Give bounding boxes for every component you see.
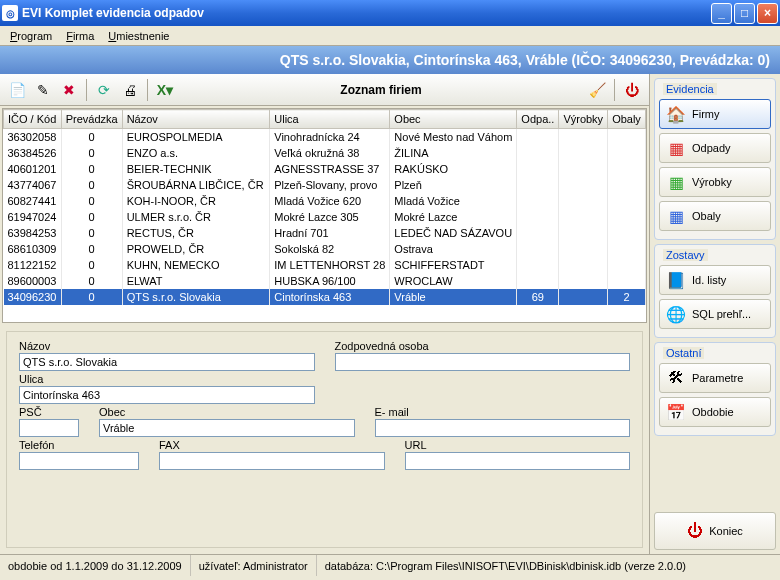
menu-firma[interactable]: Firma <box>60 28 100 44</box>
refresh-icon[interactable]: ⟳ <box>93 79 115 101</box>
input-ulica[interactable] <box>19 386 315 404</box>
toolbar: 📄 ✎ ✖ ⟳ 🖨 X▾ Zoznam firiem 🧹 ⏻ <box>0 74 649 106</box>
power-icon[interactable]: ⏻ <box>621 79 643 101</box>
col-ico[interactable]: IČO / Kód <box>4 110 62 129</box>
close-button[interactable]: × <box>757 3 778 24</box>
label-telefon: Telefón <box>19 439 139 451</box>
power-icon: ⏻ <box>687 522 703 540</box>
exit-button[interactable]: ⏻ Koniec <box>654 512 776 550</box>
nav-obaly[interactable]: ▦Obaly <box>659 201 771 231</box>
tiles-blue-icon: ▦ <box>666 206 686 226</box>
app-icon: ◎ <box>2 5 18 21</box>
tiles-red-icon: ▦ <box>666 138 686 158</box>
globe-icon: 🌐 <box>666 304 686 324</box>
nav-obdobie[interactable]: 📅Obdobie <box>659 397 771 427</box>
col-nazov[interactable]: Názov <box>122 110 270 129</box>
label-email: E- mail <box>375 406 631 418</box>
table-row[interactable]: 437740670ŠROUBÁRNA LIBČICE, ČRPlzeň-Slov… <box>4 177 646 193</box>
table-row[interactable]: 896000030ELWATHUBSKA 96/100WROCLAW <box>4 273 646 289</box>
table-row[interactable]: 340962300QTS s.r.o. SlovakiaCintorínska … <box>4 289 646 305</box>
table-row[interactable]: 619470240ULMER s.r.o. ČRMokré Lazce 305M… <box>4 209 646 225</box>
nav-parametre-label: Parametre <box>692 372 743 384</box>
titlebar: ◎ EVI Komplet evidencia odpadov _ □ × <box>0 0 780 26</box>
input-fax[interactable] <box>159 452 385 470</box>
clear-icon[interactable]: 🧹 <box>586 79 608 101</box>
col-obec[interactable]: Obec <box>390 110 517 129</box>
toolbar-title: Zoznam firiem <box>180 83 582 97</box>
nav-sqlprehl[interactable]: 🌐SQL prehľ... <box>659 299 771 329</box>
table-row[interactable]: 363845260ENZO a.s.Veľká okružná 38ŽILINA <box>4 145 646 161</box>
status-db: databáza: C:\Program Files\INISOFT\EVI\D… <box>317 555 780 576</box>
label-ulica: Ulica <box>19 373 315 385</box>
minimize-button[interactable]: _ <box>711 3 732 24</box>
label-zodp: Zodpovedná osoba <box>335 340 631 352</box>
input-zodp[interactable] <box>335 353 631 371</box>
nav-firmy[interactable]: 🏠Firmy <box>659 99 771 129</box>
context-header: QTS s.r.o. Slovakia, Cintorínska 463, Vr… <box>0 46 780 74</box>
menubar: Program Firma Umiestnenie <box>0 26 780 46</box>
col-obaly[interactable]: Obaly <box>608 110 646 129</box>
label-fax: FAX <box>159 439 385 451</box>
input-telefon[interactable] <box>19 452 139 470</box>
delete-icon[interactable]: ✖ <box>58 79 80 101</box>
nav-idlisty[interactable]: 📘Id. listy <box>659 265 771 295</box>
group-zostavy: Zostavy <box>663 249 708 261</box>
edit-icon[interactable]: ✎ <box>32 79 54 101</box>
col-vyrobky[interactable]: Výrobky <box>559 110 608 129</box>
context-text: QTS s.r.o. Slovakia, Cintorínska 463, Vr… <box>280 52 770 68</box>
print-icon[interactable]: 🖨 <box>119 79 141 101</box>
label-psc: PSČ <box>19 406 79 418</box>
home-icon: 🏠 <box>666 104 686 124</box>
window-title: EVI Komplet evidencia odpadov <box>22 6 711 20</box>
nav-firmy-label: Firmy <box>692 108 720 120</box>
status-obdobie: obdobie od 1.1.2009 do 31.12.2009 <box>0 555 191 576</box>
detail-panel: Názov Zodpovedná osoba Ulica PSČ <box>6 331 643 548</box>
col-ulica[interactable]: Ulica <box>270 110 390 129</box>
label-nazov: Názov <box>19 340 315 352</box>
nav-obaly-label: Obaly <box>692 210 721 222</box>
nav-vyrobky-label: Výrobky <box>692 176 732 188</box>
doc-icon: 📘 <box>666 270 686 290</box>
firm-grid[interactable]: IČO / Kód Prevádzka Názov Ulica Obec Odp… <box>2 108 647 323</box>
nav-odpady[interactable]: ▦Odpady <box>659 133 771 163</box>
status-uzivatel: užívateľ: Administrator <box>191 555 317 576</box>
tools-icon: 🛠 <box>666 368 686 388</box>
nav-vyrobky[interactable]: ▦Výrobky <box>659 167 771 197</box>
nav-parametre[interactable]: 🛠Parametre <box>659 363 771 393</box>
input-url[interactable] <box>405 452 631 470</box>
nav-obdobie-label: Obdobie <box>692 406 734 418</box>
input-nazov[interactable] <box>19 353 315 371</box>
input-obec[interactable] <box>99 419 355 437</box>
group-ostatni: Ostatní <box>663 347 704 359</box>
nav-odpady-label: Odpady <box>692 142 731 154</box>
tiles-green-icon: ▦ <box>666 172 686 192</box>
maximize-button[interactable]: □ <box>734 3 755 24</box>
menu-program[interactable]: Program <box>4 28 58 44</box>
table-row[interactable]: 811221520KUHN, NEMECKOIM LETTENHORST 28S… <box>4 257 646 273</box>
label-url: URL <box>405 439 631 451</box>
input-psc[interactable] <box>19 419 79 437</box>
calendar-icon: 📅 <box>666 402 686 422</box>
input-email[interactable] <box>375 419 631 437</box>
group-evidencia: Evidencia <box>663 83 717 95</box>
table-row[interactable]: 639842530RECTUS, ČRHradní 701LEDEČ NAD S… <box>4 225 646 241</box>
new-icon[interactable]: 📄 <box>6 79 28 101</box>
nav-sqlprehl-label: SQL prehľ... <box>692 308 751 320</box>
table-row[interactable]: 686103090PROWELD, ČRSokolská 82Ostrava <box>4 241 646 257</box>
menu-umiestnenie[interactable]: Umiestnenie <box>102 28 175 44</box>
table-row[interactable]: 406012010BEIER-TECHNIKAGNESSTRASSE 37RAK… <box>4 161 646 177</box>
label-obec: Obec <box>99 406 355 418</box>
table-row[interactable]: 363020580EUROSPOLMEDIAVinohradnícka 24No… <box>4 129 646 146</box>
col-odpa[interactable]: Odpa.. <box>517 110 559 129</box>
nav-pane: Evidencia 🏠Firmy ▦Odpady ▦Výrobky ▦Obaly… <box>650 74 780 554</box>
exit-label: Koniec <box>709 525 743 537</box>
table-row[interactable]: 608274410KOH-I-NOOR, ČRMladá Vožice 620M… <box>4 193 646 209</box>
statusbar: obdobie od 1.1.2009 do 31.12.2009 užívat… <box>0 554 780 576</box>
nav-idlisty-label: Id. listy <box>692 274 726 286</box>
col-prev[interactable]: Prevádzka <box>61 110 122 129</box>
excel-icon[interactable]: X▾ <box>154 79 176 101</box>
